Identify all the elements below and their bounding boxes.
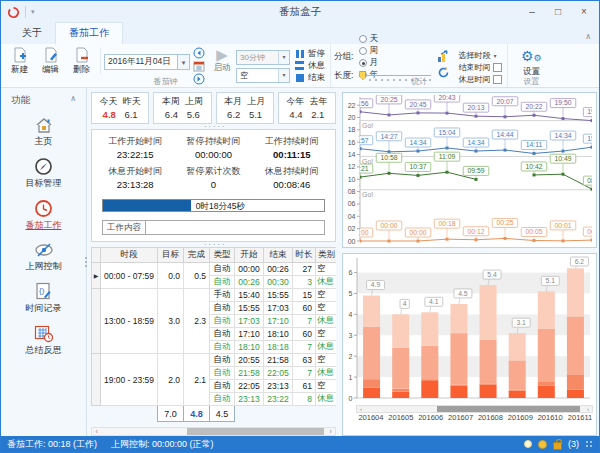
splitter-handle[interactable] [85, 255, 88, 269]
stat-label: 上周 [185, 95, 203, 108]
pause-button[interactable]: 暂停 [295, 48, 325, 59]
svg-text:11:09: 11:09 [439, 153, 456, 160]
sidebar-item-clock[interactable]: 番茄工作 [1, 196, 86, 238]
new-button[interactable]: 新建 [4, 46, 35, 76]
radio-group-天[interactable]: 天 [359, 33, 378, 45]
sidebar-item-eye-off[interactable]: 上网控制 [1, 238, 86, 279]
sidebar-nav: 主页目标管理番茄工作上网控制{)时间记录总结反思 [1, 113, 86, 363]
mood-icon[interactable] [538, 440, 547, 449]
edit-button[interactable]: 编辑 [35, 46, 66, 76]
pause-duration-value: 00:00:00 [174, 149, 252, 160]
table-header[interactable]: 结束 [264, 248, 293, 263]
bar-x-label: 201610 [535, 413, 565, 426]
rest-duration-value: 00:08:46 [253, 179, 331, 190]
footer-spacer [92, 406, 101, 422]
table-header[interactable]: 时长 [293, 248, 316, 263]
cell-goal: 2.0 [158, 354, 184, 406]
svg-text:4.1: 4.1 [429, 298, 439, 305]
svg-text:3.1: 3.1 [516, 319, 526, 326]
close-button[interactable]: × [571, 3, 597, 21]
sidebar-item-compass[interactable]: 目标管理 [1, 154, 86, 196]
lock-icon[interactable] [553, 442, 562, 450]
cell-dur: 61 [293, 380, 316, 393]
sidebar-item-label: 总结反思 [1, 344, 86, 357]
end-time-option[interactable]: 结束时间 [458, 62, 502, 72]
tab-about[interactable]: 关于 [9, 23, 55, 44]
scroll-left-icon[interactable]: ‹ [92, 428, 101, 435]
resize-grip[interactable] [585, 440, 593, 448]
minimize-button[interactable]: – [519, 3, 545, 21]
sidebar-item-label: 目标管理 [1, 177, 86, 190]
compass-icon [1, 157, 86, 176]
table-row[interactable]: 13:00 - 18:593.02.3手动15:4015:5515空 [92, 289, 337, 302]
stat-label: 今年 [286, 95, 304, 108]
svg-text:04: 04 [348, 213, 356, 220]
table-row[interactable]: ▶00:00 - 07:590.00.5自动00:0000:2627空 [92, 263, 337, 276]
settings-button[interactable]: ⚙⚙ 设置 [511, 48, 551, 78]
maximize-button[interactable]: □ [545, 3, 571, 21]
duration-select[interactable]: 30分钟 ▾ [236, 50, 290, 65]
radio-group-月[interactable]: 月 [359, 57, 378, 69]
table-header[interactable]: 时段 [101, 248, 158, 263]
table-header[interactable]: 完成 [184, 248, 210, 263]
cell-end: 00:26 [264, 263, 293, 276]
footer-spacer [264, 406, 293, 422]
pause-icon [295, 50, 305, 58]
previous-day-icon[interactable] [193, 47, 205, 59]
date-picker-dropdown-icon[interactable]: ▾ [178, 54, 190, 70]
ribbon-group-statistics: 分组: 天周月年 长度: [331, 44, 508, 87]
rest-button[interactable]: 休息 [295, 60, 325, 71]
svg-text:00:01: 00:01 [554, 222, 571, 229]
radio-icon[interactable] [359, 35, 367, 43]
table-header[interactable]: 类型 [210, 248, 235, 263]
scroll-right-icon[interactable]: › [326, 428, 335, 435]
clock-icon [1, 199, 86, 218]
svg-text:00:18: 00:18 [438, 220, 455, 227]
cell-end: 00:30 [264, 276, 293, 289]
radio-group-周[interactable]: 周 [359, 45, 378, 57]
start-button[interactable]: ▶ 启动 [208, 48, 236, 74]
date-picker[interactable]: 2016年11月04日 [104, 54, 178, 70]
delete-button[interactable]: 删除 [66, 46, 97, 76]
rest-start-label: 休息开始时间 [96, 161, 174, 178]
chart-stats-icon[interactable] [437, 50, 450, 63]
sidebar-item-calendar[interactable]: 总结反思 [1, 321, 86, 363]
sidebar-collapse-icon[interactable]: ∧ [70, 94, 76, 107]
cell-start: 17:10 [235, 328, 264, 341]
tab-pomodoro-work[interactable]: 番茄工作 [55, 22, 123, 44]
work-content-input[interactable] [146, 220, 325, 235]
row-indicator: ▶ [92, 263, 101, 289]
cell-dur: 7 [293, 367, 316, 380]
select-period-dropdown[interactable]: 选择时段 ▾ [458, 50, 502, 60]
end-time-checkbox[interactable] [493, 63, 502, 72]
svg-text:20:22: 20:22 [525, 103, 542, 110]
rest-button-label: 休息 [308, 60, 325, 72]
table-header[interactable]: 目标 [158, 248, 184, 263]
ribbon-collapse-icon[interactable]: ∧ [585, 32, 591, 41]
stat-card: 今天昨天4.86.1 [91, 92, 149, 124]
cell-dur: 7 [293, 315, 316, 328]
stat-label: 昨天 [123, 95, 141, 108]
work-start-value: 23:22:15 [96, 149, 174, 160]
chart-horizontal-scrollbar[interactable]: ‹ › [356, 405, 593, 413]
radio-icon[interactable] [359, 59, 367, 67]
footer-spacer [316, 406, 337, 422]
cell-done: 2.3 [184, 289, 210, 354]
cell-dur: 8 [293, 393, 316, 406]
lock-count: (3) [568, 439, 579, 449]
radio-icon[interactable] [359, 47, 367, 55]
table-row[interactable]: 19:00 - 23:592.02.1自动20:5521:5863空 [92, 354, 337, 367]
table-header[interactable]: 类别 [316, 248, 337, 263]
sessions-table[interactable]: 时段目标完成类型开始结束时长类别▶00:00 - 07:590.00.5自动00… [91, 247, 336, 422]
table-horizontal-scrollbar[interactable]: ‹ › [91, 427, 336, 436]
calendar-today-icon[interactable] [193, 60, 205, 72]
sidebar-item-note[interactable]: {)时间记录 [1, 279, 86, 321]
cell-cat: 休息 [316, 393, 337, 406]
table-header[interactable]: 开始 [235, 248, 264, 263]
scroll-right-icon[interactable]: › [584, 406, 592, 412]
sidebar-item-home[interactable]: 主页 [1, 113, 86, 154]
bulb-icon[interactable] [524, 440, 532, 448]
cell-type: 自动 [210, 302, 235, 315]
scroll-left-icon[interactable]: ‹ [357, 406, 365, 412]
duration-value: 30分钟 [237, 52, 278, 63]
